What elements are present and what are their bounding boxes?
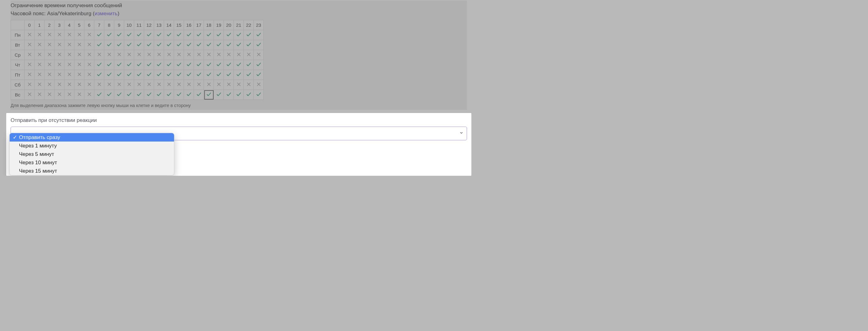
schedule-cell[interactable] <box>144 60 154 70</box>
schedule-cell[interactable] <box>144 40 154 50</box>
schedule-cell[interactable] <box>25 30 35 40</box>
schedule-cell[interactable] <box>55 40 64 50</box>
schedule-cell[interactable] <box>144 30 154 40</box>
schedule-cell[interactable] <box>234 90 244 100</box>
schedule-cell[interactable] <box>254 50 264 60</box>
dropdown-option[interactable]: ✓Отправить сразу <box>10 133 174 141</box>
schedule-cell[interactable] <box>174 80 184 90</box>
schedule-cell[interactable] <box>154 40 164 50</box>
schedule-cell[interactable] <box>94 90 104 100</box>
schedule-cell[interactable] <box>234 40 244 50</box>
schedule-cell[interactable] <box>204 80 214 90</box>
schedule-cell[interactable] <box>35 80 44 90</box>
schedule-cell[interactable] <box>244 30 254 40</box>
schedule-cell[interactable] <box>114 90 124 100</box>
schedule-cell[interactable] <box>254 30 264 40</box>
schedule-cell[interactable] <box>74 80 84 90</box>
schedule-cell[interactable] <box>174 50 184 60</box>
schedule-cell[interactable] <box>94 50 104 60</box>
schedule-cell[interactable] <box>144 80 154 90</box>
schedule-cell[interactable] <box>204 60 214 70</box>
schedule-cell[interactable] <box>134 50 144 60</box>
schedule-cell[interactable] <box>44 80 55 90</box>
schedule-cell[interactable] <box>244 50 254 60</box>
schedule-cell[interactable] <box>194 30 204 40</box>
schedule-cell[interactable] <box>114 50 124 60</box>
schedule-cell[interactable] <box>244 40 254 50</box>
schedule-cell[interactable] <box>74 30 84 40</box>
schedule-cell[interactable] <box>25 80 35 90</box>
schedule-cell[interactable] <box>104 60 114 70</box>
schedule-cell[interactable] <box>64 30 74 40</box>
schedule-cell[interactable] <box>124 90 134 100</box>
schedule-cell[interactable] <box>144 50 154 60</box>
schedule-cell[interactable] <box>44 30 55 40</box>
schedule-cell[interactable] <box>144 70 154 80</box>
schedule-cell[interactable] <box>184 60 194 70</box>
schedule-cell[interactable] <box>104 50 114 60</box>
schedule-cell[interactable] <box>154 50 164 60</box>
schedule-cell[interactable] <box>104 30 114 40</box>
schedule-cell[interactable] <box>114 70 124 80</box>
schedule-cell[interactable] <box>134 90 144 100</box>
schedule-cell[interactable] <box>35 50 44 60</box>
schedule-cell[interactable] <box>204 40 214 50</box>
schedule-cell[interactable] <box>35 30 44 40</box>
schedule-cell[interactable] <box>64 80 74 90</box>
schedule-cell[interactable] <box>55 60 64 70</box>
schedule-cell[interactable] <box>84 80 94 90</box>
schedule-cell[interactable] <box>234 60 244 70</box>
schedule-cell[interactable] <box>254 40 264 50</box>
schedule-cell[interactable] <box>44 40 55 50</box>
schedule-cell[interactable] <box>64 60 74 70</box>
schedule-cell[interactable] <box>184 80 194 90</box>
schedule-cell[interactable] <box>214 30 224 40</box>
schedule-cell[interactable] <box>134 60 144 70</box>
schedule-cell[interactable] <box>224 30 234 40</box>
schedule-cell[interactable] <box>74 90 84 100</box>
schedule-cell[interactable] <box>84 90 94 100</box>
schedule-cell[interactable] <box>194 60 204 70</box>
schedule-cell[interactable] <box>214 90 224 100</box>
schedule-cell[interactable] <box>35 40 44 50</box>
schedule-cell[interactable] <box>164 30 174 40</box>
schedule-cell[interactable] <box>224 50 234 60</box>
schedule-cell[interactable] <box>84 70 94 80</box>
schedule-cell[interactable] <box>234 50 244 60</box>
schedule-cell[interactable] <box>224 90 234 100</box>
schedule-cell[interactable] <box>84 60 94 70</box>
schedule-cell[interactable] <box>134 30 144 40</box>
schedule-cell[interactable] <box>154 60 164 70</box>
schedule-cell[interactable] <box>55 50 64 60</box>
schedule-table[interactable]: 01234567891011121314151617181920212223 П… <box>10 20 264 100</box>
schedule-cell[interactable] <box>55 30 64 40</box>
schedule-cell[interactable] <box>164 50 174 60</box>
schedule-cell[interactable] <box>134 80 144 90</box>
schedule-cell[interactable] <box>234 80 244 90</box>
schedule-cell[interactable] <box>224 70 234 80</box>
schedule-cell[interactable] <box>194 70 204 80</box>
schedule-cell[interactable] <box>124 40 134 50</box>
schedule-cell[interactable] <box>64 70 74 80</box>
schedule-cell[interactable] <box>174 60 184 70</box>
schedule-cell[interactable] <box>44 50 55 60</box>
schedule-cell[interactable] <box>164 80 174 90</box>
schedule-cell[interactable] <box>154 70 164 80</box>
schedule-cell[interactable] <box>25 70 35 80</box>
schedule-cell[interactable] <box>124 30 134 40</box>
schedule-cell[interactable] <box>55 90 64 100</box>
schedule-cell[interactable] <box>94 60 104 70</box>
schedule-cell[interactable] <box>55 70 64 80</box>
schedule-cell[interactable] <box>94 30 104 40</box>
schedule-cell[interactable] <box>44 70 55 80</box>
schedule-cell[interactable] <box>25 90 35 100</box>
schedule-cell[interactable] <box>64 90 74 100</box>
schedule-cell[interactable] <box>214 70 224 80</box>
schedule-cell[interactable] <box>194 80 204 90</box>
schedule-cell[interactable] <box>74 60 84 70</box>
schedule-cell[interactable] <box>254 70 264 80</box>
schedule-cell[interactable] <box>144 90 154 100</box>
schedule-cell[interactable] <box>224 40 234 50</box>
schedule-cell[interactable] <box>204 70 214 80</box>
schedule-cell[interactable] <box>104 80 114 90</box>
